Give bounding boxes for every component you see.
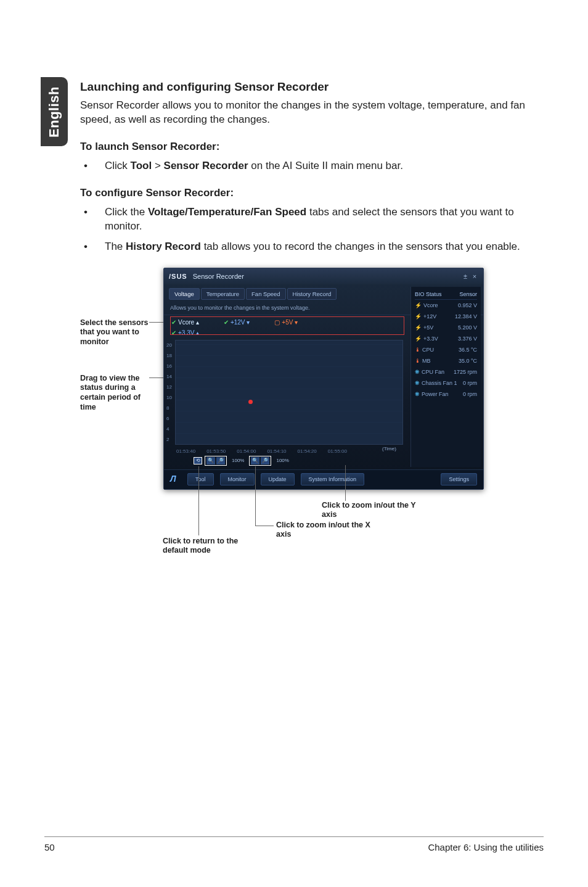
- thermometer-icon: 🌡: [415, 347, 420, 353]
- launch-bullets: • Click Tool > Sensor Recorder on the AI…: [80, 159, 549, 173]
- check-icon: ✔: [171, 329, 176, 336]
- status-value: 5.200 V: [458, 324, 477, 331]
- y-tick: 4: [166, 424, 172, 434]
- zoom-y-in-button[interactable]: 🔍: [206, 457, 215, 464]
- configure-bullets: • Click the Voltage/Temperature/Fan Spee…: [80, 205, 549, 254]
- label-select-sensors: Select the sensors that you want to moni…: [80, 318, 154, 347]
- time-axis-label: (Time): [382, 446, 396, 452]
- y-tick: 6: [166, 413, 172, 424]
- leader-line: [345, 465, 346, 501]
- zoom-y-value: 100%: [229, 458, 247, 463]
- status-row: ❋CPU Fan1725 rpm: [415, 366, 477, 377]
- status-value: 3.376 V: [458, 336, 477, 342]
- bottom-settings-button[interactable]: Settings: [441, 473, 477, 485]
- pin-icon[interactable]: ±: [462, 273, 469, 280]
- page-number: 50: [44, 842, 55, 852]
- status-name: +3.3V: [423, 336, 438, 342]
- x-tick: 01:53:40: [176, 448, 195, 454]
- status-value: 12.384 V: [455, 313, 477, 320]
- txt-bold: History Record: [126, 241, 201, 252]
- check-icon: ✔: [171, 319, 176, 326]
- tab-history-record[interactable]: History Record: [287, 288, 337, 300]
- chart-area[interactable]: [175, 340, 403, 445]
- tab-temperature[interactable]: Temperature: [201, 288, 245, 300]
- status-row: ⚡+12V12.384 V: [415, 311, 477, 322]
- tab-voltage[interactable]: Voltage: [169, 288, 200, 300]
- chapter-title: Chapter 6: Using the utilities: [428, 842, 544, 852]
- status-value: 35.0 °C: [459, 358, 477, 364]
- status-name: +12V: [423, 313, 436, 320]
- sensor-label: +12V: [231, 319, 245, 326]
- txt-frag: The: [105, 241, 126, 252]
- brand-logo: /SUS: [169, 273, 187, 280]
- status-row: ⚡+5V5.200 V: [415, 322, 477, 333]
- status-name: MB: [422, 358, 431, 364]
- zoom-x-in-button[interactable]: 🔍: [251, 457, 259, 464]
- chart-x-axis: 01:53:40 01:53:50 01:54:00 01:54:10 01:5…: [176, 448, 347, 454]
- txt-frag: Click: [105, 160, 131, 171]
- status-value: 0 rpm: [463, 391, 477, 397]
- bolt-icon: ⚡: [415, 302, 422, 308]
- config-bullet-1: • Click the Voltage/Temperature/Fan Spee…: [80, 205, 549, 234]
- titlebar-left: /SUS Sensor Recorder: [169, 273, 244, 280]
- bolt-icon: ⚡: [415, 336, 422, 342]
- fan-icon: ❋: [415, 380, 420, 386]
- data-point: [248, 400, 253, 404]
- zoom-y-out-button[interactable]: 🔎: [216, 457, 225, 464]
- y-tick: 16: [166, 361, 172, 371]
- tab-fan-speed[interactable]: Fan Speed: [246, 288, 285, 300]
- reset-zoom-button[interactable]: ⟲: [194, 457, 202, 464]
- sensor-label: +5V: [282, 319, 293, 326]
- bottom-monitor-button[interactable]: Monitor: [220, 473, 255, 485]
- status-row: ❋Chassis Fan 10 rpm: [415, 377, 477, 389]
- status-row: ⚡Vcore0.952 V: [415, 300, 477, 311]
- y-tick: 10: [166, 392, 172, 403]
- bolt-icon: ⚡: [415, 324, 422, 331]
- sensor-label: Vcore: [178, 319, 194, 326]
- bullet-dot: •: [80, 240, 105, 254]
- zoom-x-value: 100%: [274, 458, 291, 463]
- status-row: ❋Power Fan0 rpm: [415, 389, 477, 400]
- x-tick: 01:55:00: [328, 448, 347, 454]
- y-tick: 18: [166, 350, 172, 361]
- status-row: 🌡CPU36.5 °C: [415, 344, 477, 355]
- sort-icon: ▴: [196, 319, 199, 326]
- label-zoom-x: Click to zoom in/out the X axis: [276, 521, 381, 540]
- bolt-icon: ⚡: [415, 313, 422, 320]
- launch-subhead: To launch Sensor Recorder:: [80, 141, 549, 153]
- leader-line: [255, 466, 256, 526]
- sensor-5v[interactable]: ▢+5V ▾: [274, 319, 298, 326]
- bullet-text: The History Record tab allows you to rec…: [105, 240, 549, 254]
- label-zoom-y: Click to zoom in/out the Y axis: [322, 501, 427, 520]
- language-tab: English: [41, 77, 68, 146]
- txt-bold: Tool: [131, 160, 152, 171]
- bottom-bar: Л Tool Monitor Update System Information…: [164, 469, 483, 489]
- zoom-y-group: 🔍 🔎: [205, 456, 227, 466]
- y-tick: 14: [166, 371, 172, 382]
- y-tick: 12: [166, 382, 172, 392]
- sort-icon: ▴: [196, 329, 199, 336]
- bottom-tool-button[interactable]: Tool: [187, 473, 214, 485]
- bottom-sysinfo-button[interactable]: System Information: [301, 473, 365, 485]
- close-icon[interactable]: ×: [471, 273, 478, 280]
- sensor-label: +3.3V: [178, 329, 194, 336]
- figure: Select the sensors that you want to moni…: [80, 268, 549, 588]
- zoom-x-out-button[interactable]: 🔎: [261, 457, 269, 464]
- status-row: 🌡MB35.0 °C: [415, 355, 477, 366]
- chart-y-axis: 20 18 16 14 12 10 8 6 4 2: [166, 340, 172, 445]
- configure-subhead: To configure Sensor Recorder:: [80, 187, 549, 199]
- page-content: Launching and configuring Sensor Recorde…: [80, 80, 549, 588]
- txt-frag: >: [152, 160, 163, 171]
- section-heading: Launching and configuring Sensor Recorde…: [80, 80, 549, 94]
- side-panel-header: BIO Status Sensor: [415, 289, 477, 300]
- y-tick: 2: [166, 434, 172, 445]
- sensor-12v[interactable]: ✔+12V ▾: [224, 319, 250, 326]
- bullet-text: Click the Voltage/Temperature/Fan Speed …: [105, 205, 549, 234]
- status-name: CPU: [422, 347, 434, 353]
- y-tick: 8: [166, 403, 172, 413]
- bottom-update-button[interactable]: Update: [261, 473, 295, 485]
- zoom-x-group: 🔍 🔎: [249, 456, 271, 466]
- label-drag-view: Drag to view the status during a certain…: [80, 374, 154, 413]
- sensor-vcore[interactable]: ✔Vcore ▴: [171, 319, 199, 326]
- fan-icon: ❋: [415, 391, 420, 397]
